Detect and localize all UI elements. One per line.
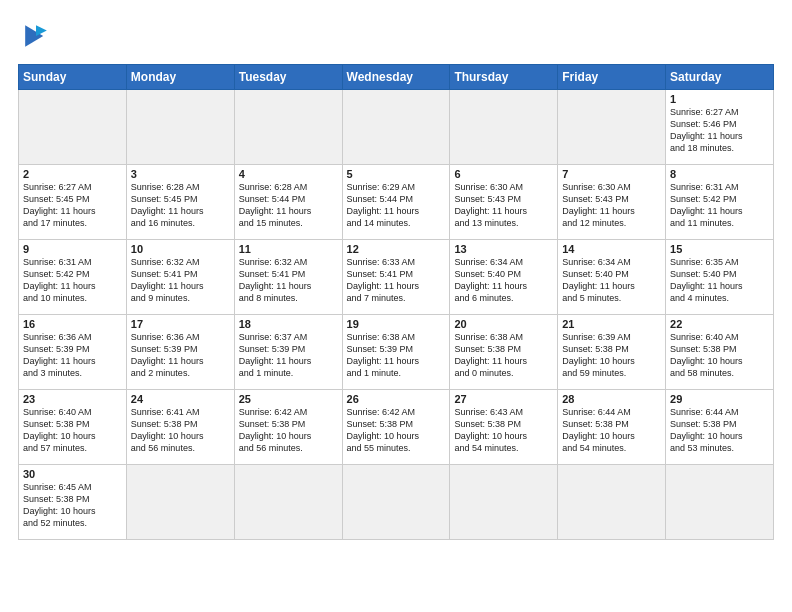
calendar-cell: 21Sunrise: 6:39 AM Sunset: 5:38 PM Dayli… [558,315,666,390]
svg-marker-1 [36,25,47,36]
day-info: Sunrise: 6:44 AM Sunset: 5:38 PM Dayligh… [562,406,661,455]
day-info: Sunrise: 6:41 AM Sunset: 5:38 PM Dayligh… [131,406,230,455]
calendar-cell: 27Sunrise: 6:43 AM Sunset: 5:38 PM Dayli… [450,390,558,465]
weekday-wednesday: Wednesday [342,65,450,90]
calendar-cell: 20Sunrise: 6:38 AM Sunset: 5:38 PM Dayli… [450,315,558,390]
day-info: Sunrise: 6:28 AM Sunset: 5:44 PM Dayligh… [239,181,338,230]
day-info: Sunrise: 6:34 AM Sunset: 5:40 PM Dayligh… [562,256,661,305]
day-info: Sunrise: 6:28 AM Sunset: 5:45 PM Dayligh… [131,181,230,230]
day-number: 7 [562,168,661,180]
day-info: Sunrise: 6:45 AM Sunset: 5:38 PM Dayligh… [23,481,122,530]
calendar-cell: 24Sunrise: 6:41 AM Sunset: 5:38 PM Dayli… [126,390,234,465]
day-number: 25 [239,393,338,405]
calendar-cell: 25Sunrise: 6:42 AM Sunset: 5:38 PM Dayli… [234,390,342,465]
day-info: Sunrise: 6:30 AM Sunset: 5:43 PM Dayligh… [562,181,661,230]
day-number: 21 [562,318,661,330]
calendar-cell [666,465,774,540]
day-number: 27 [454,393,553,405]
day-number: 17 [131,318,230,330]
day-info: Sunrise: 6:36 AM Sunset: 5:39 PM Dayligh… [131,331,230,380]
day-number: 26 [347,393,446,405]
day-info: Sunrise: 6:27 AM Sunset: 5:46 PM Dayligh… [670,106,769,155]
header [18,18,774,54]
day-info: Sunrise: 6:42 AM Sunset: 5:38 PM Dayligh… [239,406,338,455]
weekday-thursday: Thursday [450,65,558,90]
weekday-tuesday: Tuesday [234,65,342,90]
weekday-sunday: Sunday [19,65,127,90]
logo-icon [18,18,54,54]
calendar-body: 1Sunrise: 6:27 AM Sunset: 5:46 PM Daylig… [19,90,774,540]
day-info: Sunrise: 6:33 AM Sunset: 5:41 PM Dayligh… [347,256,446,305]
day-number: 5 [347,168,446,180]
calendar-cell [450,465,558,540]
calendar-cell: 2Sunrise: 6:27 AM Sunset: 5:45 PM Daylig… [19,165,127,240]
day-info: Sunrise: 6:38 AM Sunset: 5:39 PM Dayligh… [347,331,446,380]
calendar-cell: 8Sunrise: 6:31 AM Sunset: 5:42 PM Daylig… [666,165,774,240]
day-info: Sunrise: 6:43 AM Sunset: 5:38 PM Dayligh… [454,406,553,455]
calendar-cell [126,90,234,165]
day-info: Sunrise: 6:36 AM Sunset: 5:39 PM Dayligh… [23,331,122,380]
day-info: Sunrise: 6:32 AM Sunset: 5:41 PM Dayligh… [239,256,338,305]
calendar-cell: 4Sunrise: 6:28 AM Sunset: 5:44 PM Daylig… [234,165,342,240]
day-info: Sunrise: 6:34 AM Sunset: 5:40 PM Dayligh… [454,256,553,305]
calendar-cell [558,90,666,165]
day-number: 13 [454,243,553,255]
calendar-cell: 15Sunrise: 6:35 AM Sunset: 5:40 PM Dayli… [666,240,774,315]
day-info: Sunrise: 6:44 AM Sunset: 5:38 PM Dayligh… [670,406,769,455]
day-number: 24 [131,393,230,405]
calendar-week-3: 16Sunrise: 6:36 AM Sunset: 5:39 PM Dayli… [19,315,774,390]
day-number: 10 [131,243,230,255]
calendar-cell: 29Sunrise: 6:44 AM Sunset: 5:38 PM Dayli… [666,390,774,465]
calendar-cell: 3Sunrise: 6:28 AM Sunset: 5:45 PM Daylig… [126,165,234,240]
day-info: Sunrise: 6:29 AM Sunset: 5:44 PM Dayligh… [347,181,446,230]
calendar-cell: 11Sunrise: 6:32 AM Sunset: 5:41 PM Dayli… [234,240,342,315]
day-number: 15 [670,243,769,255]
calendar-cell: 10Sunrise: 6:32 AM Sunset: 5:41 PM Dayli… [126,240,234,315]
day-info: Sunrise: 6:40 AM Sunset: 5:38 PM Dayligh… [670,331,769,380]
weekday-saturday: Saturday [666,65,774,90]
day-number: 23 [23,393,122,405]
day-number: 12 [347,243,446,255]
day-info: Sunrise: 6:37 AM Sunset: 5:39 PM Dayligh… [239,331,338,380]
day-info: Sunrise: 6:42 AM Sunset: 5:38 PM Dayligh… [347,406,446,455]
calendar-week-5: 30Sunrise: 6:45 AM Sunset: 5:38 PM Dayli… [19,465,774,540]
calendar-cell: 26Sunrise: 6:42 AM Sunset: 5:38 PM Dayli… [342,390,450,465]
calendar-cell: 5Sunrise: 6:29 AM Sunset: 5:44 PM Daylig… [342,165,450,240]
day-info: Sunrise: 6:39 AM Sunset: 5:38 PM Dayligh… [562,331,661,380]
calendar-week-1: 2Sunrise: 6:27 AM Sunset: 5:45 PM Daylig… [19,165,774,240]
calendar-cell: 28Sunrise: 6:44 AM Sunset: 5:38 PM Dayli… [558,390,666,465]
calendar-cell: 6Sunrise: 6:30 AM Sunset: 5:43 PM Daylig… [450,165,558,240]
calendar-cell: 17Sunrise: 6:36 AM Sunset: 5:39 PM Dayli… [126,315,234,390]
calendar-cell: 18Sunrise: 6:37 AM Sunset: 5:39 PM Dayli… [234,315,342,390]
day-number: 28 [562,393,661,405]
day-info: Sunrise: 6:31 AM Sunset: 5:42 PM Dayligh… [670,181,769,230]
day-number: 1 [670,93,769,105]
day-number: 29 [670,393,769,405]
page: SundayMondayTuesdayWednesdayThursdayFrid… [0,0,792,612]
calendar-cell: 22Sunrise: 6:40 AM Sunset: 5:38 PM Dayli… [666,315,774,390]
day-number: 18 [239,318,338,330]
day-info: Sunrise: 6:27 AM Sunset: 5:45 PM Dayligh… [23,181,122,230]
calendar-cell: 12Sunrise: 6:33 AM Sunset: 5:41 PM Dayli… [342,240,450,315]
logo [18,18,58,54]
weekday-monday: Monday [126,65,234,90]
day-number: 14 [562,243,661,255]
day-number: 6 [454,168,553,180]
calendar-cell [342,90,450,165]
calendar-cell: 23Sunrise: 6:40 AM Sunset: 5:38 PM Dayli… [19,390,127,465]
calendar-cell [234,90,342,165]
calendar-cell [558,465,666,540]
calendar-cell: 16Sunrise: 6:36 AM Sunset: 5:39 PM Dayli… [19,315,127,390]
day-number: 9 [23,243,122,255]
weekday-friday: Friday [558,65,666,90]
day-number: 30 [23,468,122,480]
calendar: SundayMondayTuesdayWednesdayThursdayFrid… [18,64,774,540]
calendar-cell [234,465,342,540]
calendar-cell [19,90,127,165]
calendar-cell: 9Sunrise: 6:31 AM Sunset: 5:42 PM Daylig… [19,240,127,315]
day-info: Sunrise: 6:31 AM Sunset: 5:42 PM Dayligh… [23,256,122,305]
calendar-cell [450,90,558,165]
day-info: Sunrise: 6:35 AM Sunset: 5:40 PM Dayligh… [670,256,769,305]
calendar-cell: 7Sunrise: 6:30 AM Sunset: 5:43 PM Daylig… [558,165,666,240]
day-number: 3 [131,168,230,180]
